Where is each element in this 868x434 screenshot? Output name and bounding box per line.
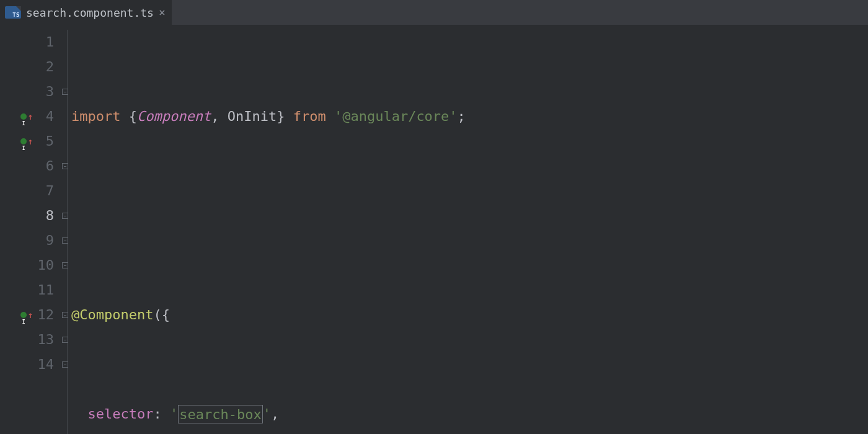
gutter-line: 11	[0, 278, 59, 303]
editor-tab[interactable]: TS search.component.ts ×	[0, 0, 172, 25]
tab-title: search.component.ts	[26, 6, 154, 19]
gutter-line: 1	[0, 30, 59, 55]
rename-occurrence: search-box	[178, 405, 262, 423]
code-line[interactable]: @Component({	[71, 303, 868, 327]
gutter: 1 2 3 ↑4 ↑5 6 7 8 9 10 11 ↑12 13 14	[0, 25, 59, 434]
close-icon[interactable]: ×	[159, 7, 166, 18]
gutter-line: 10	[0, 253, 59, 278]
gutter-line: ↑4	[0, 104, 59, 129]
fold-handle-icon[interactable]	[62, 312, 68, 318]
code-line[interactable]	[71, 203, 868, 228]
gutter-line: ↑5	[0, 129, 59, 154]
fold-handle-icon[interactable]	[62, 262, 68, 268]
fold-handle-icon[interactable]	[62, 361, 68, 368]
fold-handle-icon[interactable]	[62, 163, 68, 169]
gutter-line: 7	[0, 179, 59, 203]
gutter-line: ↑12	[0, 303, 59, 327]
gutter-line: 8	[0, 203, 59, 228]
tab-bar: TS search.component.ts ×	[0, 0, 868, 25]
gutter-line: 13	[0, 327, 59, 352]
override-marker-icon[interactable]: ↑	[18, 303, 35, 327]
gutter-line: 2	[0, 55, 59, 79]
code-line[interactable]: selector: 'search-box',	[71, 402, 868, 427]
code-editor[interactable]: 1 2 3 ↑4 ↑5 6 7 8 9 10 11 ↑12 13 14	[0, 25, 868, 434]
override-marker-icon[interactable]: ↑	[18, 104, 35, 129]
code-line[interactable]: import {Component, OnInit} from '@angula…	[71, 104, 868, 129]
fold-handle-icon[interactable]	[62, 213, 68, 219]
gutter-line: 14	[0, 352, 59, 377]
fold-handle-icon[interactable]	[62, 237, 68, 244]
code-area[interactable]: import {Component, OnInit} from '@angula…	[71, 25, 868, 434]
fold-handle-icon[interactable]	[62, 337, 68, 343]
override-marker-icon[interactable]: ↑	[18, 129, 35, 154]
editor-root: TS search.component.ts × 1 2 3 ↑4 ↑5 6 7…	[0, 0, 868, 434]
gutter-line: 3	[0, 79, 59, 104]
fold-column	[59, 25, 71, 434]
typescript-file-icon: TS	[5, 6, 21, 19]
file-icon-label: TS	[11, 11, 21, 19]
gutter-line: 6	[0, 154, 59, 179]
fold-handle-icon[interactable]	[62, 89, 68, 95]
gutter-line: 9	[0, 228, 59, 253]
